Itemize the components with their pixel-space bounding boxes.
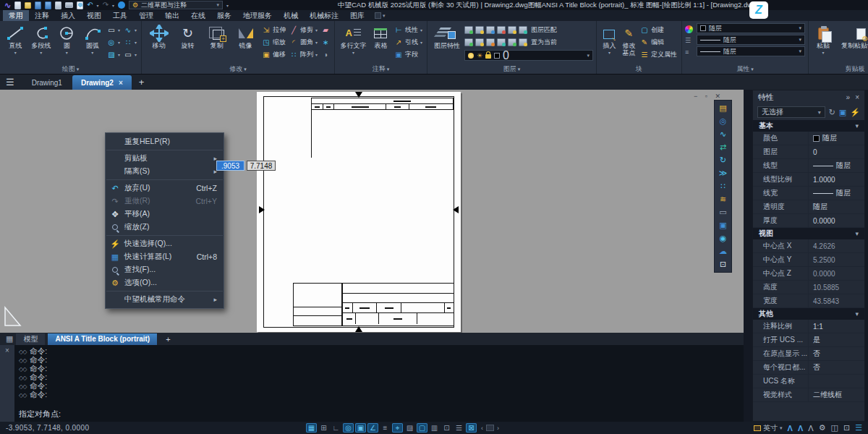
orbit-icon[interactable]: ◉ — [717, 233, 729, 244]
layer-thaw-icon[interactable] — [475, 38, 484, 46]
layer-off-icon[interactable] — [497, 26, 506, 34]
layout-grid-icon[interactable]: ▦ — [6, 334, 13, 344]
otrack-toggle-icon[interactable]: ∠ — [367, 423, 378, 433]
undo-icon[interactable]: ↶ — [87, 1, 93, 9]
prop-row-center-y[interactable]: 中心点 Y5.2500 — [753, 253, 864, 267]
ribbon-tab-library[interactable]: 图库 — [344, 10, 370, 21]
workspace-gear-icon[interactable]: ⚙ — [819, 423, 826, 433]
prop-row-width[interactable]: 宽度43.5843 — [753, 294, 864, 308]
nav-box-icon[interactable] — [486, 425, 494, 431]
menu-item-quick-calc[interactable]: ▦快速计算器(L)Ctrl+8 — [106, 250, 224, 263]
osnap-toggle-icon[interactable]: ▣ — [355, 423, 366, 433]
offset-button[interactable]: ▣偏移 — [260, 48, 287, 61]
copy-button[interactable]: + 复制 — [203, 22, 231, 64]
scale-button[interactable]: ◳缩放 — [260, 36, 287, 48]
customize-icon[interactable]: ☰ — [855, 423, 862, 433]
prop-row-transparency[interactable]: 透明度随层 — [753, 200, 864, 214]
next-icon[interactable]: › — [497, 425, 499, 432]
doc-tab-drawing1[interactable]: Drawing1 — [23, 75, 71, 90]
insert-block-button[interactable]: → 插入 — [600, 22, 619, 64]
layer-isolate-icon[interactable] — [508, 26, 516, 34]
annotation-visibility-icon[interactable]: Λ — [788, 424, 793, 433]
spline-button[interactable]: ∿ — [122, 24, 138, 36]
ribbon-tab-mech-dim[interactable]: 机械标注 — [304, 10, 344, 21]
layout-tab-model[interactable]: 模型 — [16, 333, 45, 345]
revcloud-button[interactable]: ▭ — [122, 48, 138, 61]
create-block-button[interactable]: ▢创建 — [639, 24, 678, 36]
prop-row-ucs-origin[interactable]: 在原点显示 ...否 — [753, 347, 864, 361]
rotate-view-icon[interactable]: ↻ — [717, 155, 729, 166]
screen-icon[interactable]: ⊡ — [717, 259, 729, 270]
section-other[interactable]: 其他 — [753, 308, 864, 320]
trim-button[interactable]: ╱修剪 — [288, 24, 319, 36]
ribbon-tab-annotate[interactable]: 注释 — [29, 10, 55, 21]
circle-button[interactable]: 圆 — [54, 22, 79, 64]
measure-icon[interactable]: ≋ — [717, 194, 729, 205]
dynamic-input-toggle-icon[interactable]: ⌖ — [392, 423, 403, 433]
ribbon-tab-output[interactable]: 输出 — [159, 10, 185, 21]
menu-item-options[interactable]: ⚙选项(O)... — [106, 276, 224, 289]
workspace-switcher[interactable]: ⚙ 二维草图与注释 — [129, 1, 223, 9]
swap-icon[interactable]: ⇄ — [717, 142, 729, 153]
layer-prev-icon[interactable] — [508, 38, 516, 46]
point-button[interactable]: ∷ — [122, 36, 138, 48]
erase-button[interactable]: ▰ — [320, 24, 331, 36]
draw-panel-label[interactable]: 绘图 — [0, 64, 141, 74]
array-tool-icon[interactable]: ∷ — [717, 181, 729, 192]
isodraft-toggle-icon[interactable]: ⊡ — [441, 423, 452, 433]
properties-panel-label[interactable]: 属性 — [682, 64, 808, 74]
copy-settings-button[interactable]: ⚙ 复制粘贴设置 — [841, 22, 868, 64]
new-file-icon[interactable] — [14, 1, 21, 9]
command-history[interactable]: ◇◇命令: ◇◇命令: ◇◇命令: ◇◇命令: ◇◇命令: ◇◇命令: 指定对角… — [14, 345, 744, 422]
annotate-panel-label[interactable]: 注释 — [335, 64, 427, 74]
layer-bulb-icon[interactable] — [468, 53, 474, 59]
prop-row-ucs-on[interactable]: 打开 UCS ...是 — [753, 333, 864, 347]
prop-row-anno-scale[interactable]: 注释比例1:1 — [753, 320, 864, 333]
prop-row-height[interactable]: 高度10.5885 — [753, 281, 864, 294]
ribbon-tab-geo[interactable]: 地理服务 — [237, 10, 278, 21]
match-props-icon[interactable]: ▤ — [717, 103, 729, 114]
layer-properties-button[interactable]: 图层特性 — [430, 22, 464, 64]
block-panel-label[interactable]: 块 — [597, 64, 681, 74]
transparency-toggle-icon[interactable]: ▨ — [404, 423, 415, 433]
toggle-pickadd-icon[interactable]: ↻ — [829, 108, 835, 117]
ribbon-tab-service[interactable]: 服务 — [211, 10, 237, 21]
mirror-button[interactable]: 镜像 — [231, 22, 260, 64]
menu-item-clipboard[interactable]: 剪贴板 — [106, 152, 224, 165]
layer-walk-icon[interactable] — [464, 38, 473, 46]
field-button[interactable]: ▣字段 — [393, 48, 424, 61]
clean-screen-toggle-icon[interactable]: ⊠ — [466, 423, 477, 433]
new-tab-button[interactable]: + — [133, 77, 150, 88]
prop-row-ucs-viewport[interactable]: 每个视口都...否 — [753, 361, 864, 375]
color-combo[interactable]: 随层 — [697, 23, 805, 33]
polyline-button[interactable]: 多段线 — [28, 22, 53, 64]
prop-row-center-z[interactable]: 中心点 Z0.0000 — [753, 267, 864, 281]
snap-toggle-icon[interactable]: ⊞ — [318, 423, 329, 433]
polar-toggle-icon[interactable]: ◎ — [343, 423, 354, 433]
ribbon-tab-manage[interactable]: 管理 — [133, 10, 159, 21]
undo-dropdown-icon[interactable]: ▾ — [97, 3, 99, 8]
layer-sun-icon[interactable]: ☀ — [477, 52, 482, 59]
edit-base-button[interactable]: ✎ 修改 基点 — [620, 22, 638, 64]
layer-color-swatch[interactable] — [494, 53, 500, 59]
join-button[interactable]: ◑ — [320, 48, 331, 61]
ellipse-button[interactable]: ◎ — [106, 36, 122, 48]
menu-item-pan[interactable]: ✥平移(A) — [106, 208, 224, 221]
grid-toggle-icon[interactable]: ▦ — [306, 423, 317, 433]
command-close-icon[interactable]: × — [5, 346, 9, 354]
ortho-toggle-icon[interactable]: ∟ — [331, 423, 341, 433]
layer-match-button[interactable]: 图层匹配 — [531, 25, 557, 35]
menu-item-zoom[interactable]: 缩放(Z) — [106, 221, 224, 234]
doc-tab-drawing2[interactable]: Drawing2× — [72, 75, 132, 90]
table-button[interactable]: 表格 — [370, 22, 392, 64]
select-objects-icon[interactable]: ▣ — [839, 108, 846, 117]
hamburger-icon[interactable]: ☰ — [6, 77, 14, 88]
dynamic-input-y[interactable]: 7.7148 — [247, 161, 276, 171]
layer-merge-icon[interactable] — [497, 38, 506, 46]
rotate-button[interactable]: ↻ 旋转 — [174, 22, 202, 64]
doc-tab-close-icon[interactable]: × — [119, 79, 123, 87]
layer-panel-label[interactable]: 图层 — [427, 64, 596, 74]
fillet-button[interactable]: ◜圆角 — [288, 36, 319, 48]
prop-row-linetype[interactable]: 线型随层 — [753, 159, 864, 173]
prop-row-layer[interactable]: 图层0 — [753, 145, 864, 159]
